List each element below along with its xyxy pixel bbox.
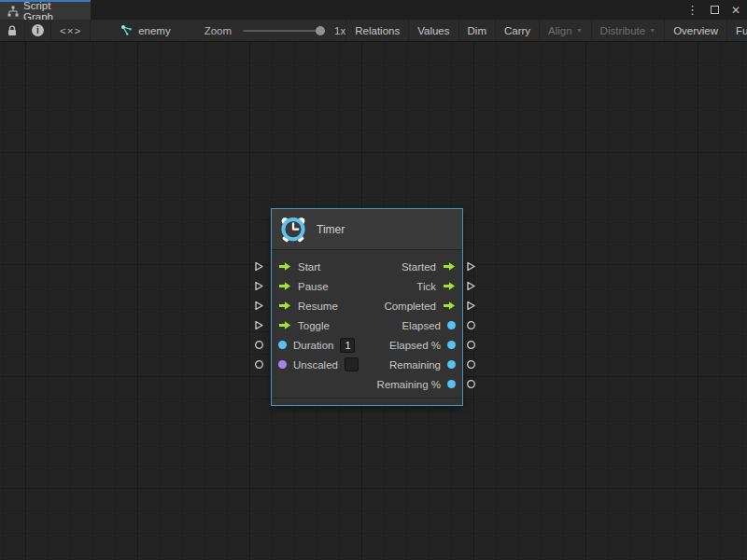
- port-row-started[interactable]: Started: [371, 257, 462, 276]
- port-row-elapsed-pct[interactable]: Elapsed %: [371, 335, 462, 355]
- button-label: Overview: [673, 25, 718, 36]
- external-value-output-port[interactable]: [466, 379, 476, 389]
- timer-node[interactable]: Timer Start Pause: [271, 208, 463, 406]
- port-row-tick[interactable]: Tick: [371, 276, 462, 296]
- button-label: Values: [417, 25, 449, 36]
- control-input-icon[interactable]: [278, 301, 291, 311]
- zoom-slider[interactable]: [243, 30, 325, 32]
- port-row-duration[interactable]: Duration 1: [272, 335, 365, 355]
- timer-node-title: Timer: [317, 223, 345, 236]
- timer-node-footer: [272, 398, 462, 405]
- port-label: Resume: [298, 301, 338, 312]
- port-label: Start: [298, 261, 320, 273]
- port-label: Started: [402, 261, 436, 273]
- external-control-input-port[interactable]: [254, 281, 264, 291]
- port-label: Elapsed: [402, 320, 441, 331]
- port-row-remaining-pct[interactable]: Remaining %: [371, 374, 462, 394]
- timer-node-ports: Start Pause Resume: [272, 250, 462, 398]
- align-dropdown: Align ▼: [539, 20, 591, 41]
- window-menu-icon[interactable]: ⋮: [686, 4, 698, 16]
- port-label: Unscaled: [293, 359, 338, 371]
- graph-canvas[interactable]: Timer Start Pause: [0, 42, 747, 560]
- zoom-label: Zoom: [204, 25, 232, 36]
- tab-bar: Script Graph ⋮ ✕: [0, 0, 747, 20]
- external-value-output-port[interactable]: [466, 320, 476, 330]
- zoom-value: 1x: [334, 25, 345, 36]
- close-icon[interactable]: ✕: [731, 5, 740, 16]
- number-output-icon[interactable]: [447, 360, 456, 369]
- maximize-icon[interactable]: [711, 6, 719, 14]
- port-label: Duration: [293, 340, 333, 351]
- number-output-icon[interactable]: [447, 380, 456, 388]
- control-output-icon[interactable]: [443, 281, 456, 291]
- control-input-icon[interactable]: [278, 320, 291, 330]
- external-control-output-port[interactable]: [466, 301, 476, 311]
- control-output-icon[interactable]: [443, 301, 456, 311]
- timer-node-header[interactable]: Timer: [272, 209, 462, 250]
- carry-button[interactable]: Carry: [495, 20, 539, 41]
- external-control-input-port[interactable]: [254, 320, 264, 330]
- tab-label: Script Graph: [23, 0, 83, 22]
- duration-value-field[interactable]: 1: [340, 338, 355, 353]
- external-value-input-port[interactable]: [254, 359, 264, 370]
- port-row-remaining[interactable]: Remaining: [371, 355, 462, 374]
- port-label: Tick: [416, 281, 436, 292]
- external-control-input-port[interactable]: [254, 301, 264, 311]
- port-row-start[interactable]: Start: [272, 257, 365, 276]
- external-control-input-port[interactable]: [254, 261, 264, 272]
- lock-button[interactable]: [0, 20, 25, 41]
- distribute-dropdown: Distribute ▼: [591, 20, 665, 41]
- external-value-output-port[interactable]: [466, 359, 476, 370]
- lock-icon: [7, 24, 18, 37]
- dim-button[interactable]: Dim: [458, 20, 495, 41]
- boolean-input-icon[interactable]: [278, 360, 287, 369]
- port-row-completed[interactable]: Completed: [371, 296, 462, 315]
- values-button[interactable]: Values: [408, 20, 458, 41]
- toolbar-button-group: Relations Values Dim Carry Align ▼ Distr…: [345, 20, 747, 41]
- edit-unit-ports-button[interactable]: <×>: [51, 20, 91, 41]
- port-row-unscaled[interactable]: Unscaled: [272, 355, 365, 374]
- graph-name-label: enemy: [138, 25, 171, 36]
- control-input-icon[interactable]: [278, 261, 291, 272]
- chevron-down-icon: ▼: [576, 27, 583, 34]
- zoom-slider-handle[interactable]: [316, 26, 325, 35]
- button-label: Carry: [504, 25, 530, 36]
- button-label: Align: [548, 25, 572, 36]
- number-input-icon[interactable]: [278, 341, 287, 349]
- graph-breadcrumb[interactable]: enemy: [115, 20, 176, 41]
- port-row-toggle[interactable]: Toggle: [272, 315, 365, 335]
- unscaled-checkbox[interactable]: [345, 357, 359, 371]
- output-ports-column: Started Tick Completed: [371, 257, 462, 394]
- button-label: Distribute: [600, 25, 646, 36]
- number-output-icon[interactable]: [447, 321, 456, 329]
- inspect-button[interactable]: i: [25, 20, 51, 41]
- zoom-control: Zoom 1x: [204, 20, 346, 41]
- external-control-output-port[interactable]: [466, 281, 476, 291]
- port-label: Remaining: [389, 359, 441, 371]
- external-control-output-port[interactable]: [466, 261, 476, 272]
- tab-script-graph[interactable]: Script Graph: [0, 0, 91, 20]
- port-label: Remaining %: [377, 379, 441, 390]
- input-ports-column: Start Pause Resume: [272, 257, 365, 394]
- relations-button[interactable]: Relations: [345, 20, 408, 41]
- control-input-icon[interactable]: [278, 281, 291, 291]
- port-row-pause[interactable]: Pause: [272, 276, 365, 296]
- port-row-elapsed[interactable]: Elapsed: [371, 315, 462, 335]
- external-value-output-port[interactable]: [466, 340, 476, 350]
- port-row-resume[interactable]: Resume: [272, 296, 365, 315]
- port-label: Completed: [384, 301, 436, 312]
- button-label: Full Screen: [736, 25, 747, 36]
- button-label: Relations: [355, 25, 400, 36]
- control-output-icon[interactable]: [443, 261, 456, 272]
- overview-button[interactable]: Overview: [664, 20, 726, 41]
- external-value-input-port[interactable]: [254, 340, 264, 350]
- button-label: Dim: [468, 25, 486, 36]
- graph-hierarchy-icon: [7, 6, 19, 17]
- info-icon: i: [32, 24, 44, 36]
- port-label: Elapsed %: [389, 340, 441, 351]
- graph-node-icon: [120, 24, 133, 36]
- full-screen-button[interactable]: Full Screen: [726, 20, 747, 41]
- port-label: Toggle: [298, 320, 330, 331]
- number-output-icon[interactable]: [447, 341, 456, 349]
- graph-toolbar: i <×> enemy Zoom 1x Relations Values: [0, 20, 747, 42]
